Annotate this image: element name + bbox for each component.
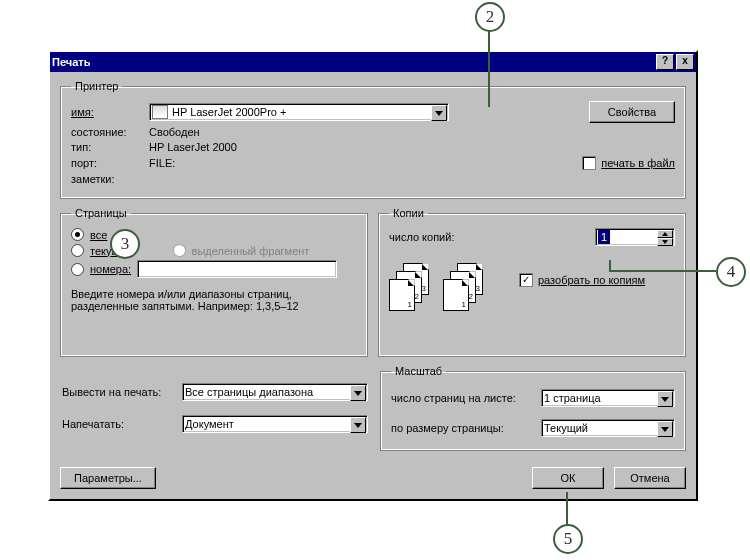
window-title: Печать [52, 56, 90, 68]
fit-combo[interactable]: Текущий [541, 419, 675, 437]
chevron-down-icon[interactable] [350, 385, 366, 401]
ok-button[interactable]: ОК [532, 467, 604, 489]
fit-value: Текущий [544, 422, 588, 434]
close-button[interactable]: x [676, 54, 694, 70]
properties-button[interactable]: Свойства [589, 101, 675, 123]
titlebar: Печать ? x [50, 52, 696, 72]
scale-group: Масштаб число страниц на листе: 1 страни… [380, 365, 686, 451]
status-value: Свободен [149, 126, 200, 138]
radio-selection [173, 244, 186, 257]
print-dialog: Печать ? x Принтер имя: HP LaserJet 2000… [48, 50, 698, 501]
include-value: Все страницы диапазона [185, 386, 313, 398]
spin-up-icon[interactable] [657, 230, 673, 238]
radio-numbers[interactable] [71, 263, 84, 276]
printer-legend: Принтер [71, 80, 122, 92]
status-label: состояние: [71, 126, 149, 138]
print-to-file-label[interactable]: печать в файл [601, 157, 675, 169]
print-what-value: Документ [185, 418, 234, 430]
pages-hint: Введите номера и/или диапазоны страниц, … [71, 288, 357, 312]
radio-current[interactable] [71, 244, 84, 257]
chevron-down-icon[interactable] [350, 417, 366, 433]
printer-name-combo[interactable]: HP LaserJet 2000Pro + [149, 103, 449, 121]
print-what-label: Напечатать: [62, 418, 182, 430]
options-button[interactable]: Параметры... [60, 467, 156, 489]
copies-count-value: 1 [598, 230, 610, 244]
type-label: тип: [71, 141, 149, 153]
copies-count-spinner[interactable]: 1 [595, 228, 675, 246]
pages-per-sheet-value: 1 страница [544, 392, 601, 404]
copies-count-label: число копий: [389, 231, 509, 243]
chevron-down-icon[interactable] [657, 391, 673, 407]
chevron-down-icon[interactable] [657, 421, 673, 437]
copies-legend: Копии [389, 207, 428, 219]
include-label: Вывести на печать: [62, 386, 182, 398]
cancel-button[interactable]: Отмена [614, 467, 686, 489]
radio-selection-label: выделенный фрагмент [192, 245, 310, 257]
help-button[interactable]: ? [656, 54, 674, 70]
notes-label: заметки: [71, 173, 149, 185]
callout-3: 3 [110, 229, 140, 259]
radio-all-label[interactable]: все [90, 229, 107, 241]
copies-group: Копии число копий: 1 [378, 207, 686, 357]
type-value: HP LaserJet 2000 [149, 141, 237, 153]
scale-legend: Масштаб [391, 365, 446, 377]
callout-4-line-h [609, 270, 716, 272]
radio-numbers-label[interactable]: номера: [90, 263, 131, 275]
include-combo[interactable]: Все страницы диапазона [182, 383, 368, 401]
callout-5: 5 [553, 524, 583, 554]
port-label: порт: [71, 157, 149, 169]
callout-4-line-v [609, 260, 611, 272]
radio-all[interactable] [71, 228, 84, 241]
port-value: FILE: [149, 157, 175, 169]
pages-per-sheet-label: число страниц на листе: [391, 392, 541, 404]
collate-illustration: 3 2 1 3 2 1 [389, 259, 519, 319]
callout-4: 4 [716, 257, 746, 287]
printer-icon [152, 105, 168, 119]
pages-per-sheet-combo[interactable]: 1 страница [541, 389, 675, 407]
pages-legend: Страницы [71, 207, 131, 219]
pages-group: Страницы все текущая выделенный фрагмент [60, 207, 368, 357]
fit-label: по размеру страницы: [391, 422, 541, 434]
callout-5-line [566, 492, 568, 524]
printer-name-value: HP LaserJet 2000Pro + [172, 106, 286, 118]
printer-name-label: имя: [71, 106, 149, 118]
callout-2: 2 [475, 2, 505, 32]
collate-checkbox[interactable]: ✓ [519, 273, 533, 287]
spin-down-icon[interactable] [657, 238, 673, 246]
printer-group: Принтер имя: HP LaserJet 2000Pro + Свойс… [60, 80, 686, 199]
print-to-file-checkbox[interactable] [582, 156, 596, 170]
chevron-down-icon[interactable] [431, 105, 447, 121]
callout-2-line [488, 30, 490, 107]
collate-label[interactable]: разобрать по копиям [538, 274, 645, 286]
print-what-combo[interactable]: Документ [182, 415, 368, 433]
page-numbers-input[interactable] [137, 260, 337, 278]
